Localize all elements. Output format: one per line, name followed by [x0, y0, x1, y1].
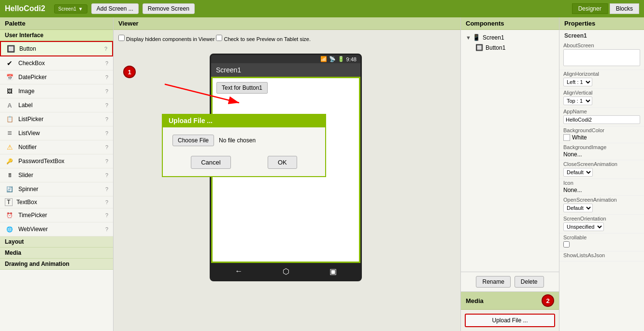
- bg-color-text: White: [572, 134, 587, 141]
- palette-item-label[interactable]: A Label ?: [0, 98, 113, 112]
- screen-orientation-row: ScreenOrientation Unspecified: [559, 215, 644, 234]
- label-icon: A: [5, 100, 14, 110]
- rename-button[interactable]: Rename: [476, 276, 510, 288]
- palette-item-slider[interactable]: 🎚 Slider ?: [0, 168, 113, 182]
- app-name-input[interactable]: HelloCodi2: [563, 115, 640, 124]
- close-screen-anim-select[interactable]: Default: [563, 168, 593, 177]
- palette-item-checkbox[interactable]: ✔ CheckBox ?: [0, 56, 113, 70]
- palette-item-spinner[interactable]: 🔄 Spinner ?: [0, 182, 113, 196]
- screen-orientation-label: ScreenOrientation: [563, 216, 640, 221]
- image-help-icon[interactable]: ?: [105, 88, 108, 94]
- label-label: Label: [18, 102, 105, 109]
- layout-section[interactable]: Layout: [0, 236, 113, 248]
- phone-status-bar: 📶 📡 🔋 9:48: [211, 55, 360, 63]
- designer-mode-button[interactable]: Designer: [572, 3, 608, 14]
- media-section: Media 2 Upload File ...: [461, 291, 559, 331]
- blocks-mode-button[interactable]: Blocks: [610, 3, 639, 14]
- image-label: Image: [18, 88, 105, 95]
- step1-circle: 1: [123, 66, 136, 78]
- align-vertical-select[interactable]: Top : 1: [563, 97, 592, 105]
- listview-help-icon[interactable]: ?: [105, 130, 108, 136]
- palette-item-webviewer[interactable]: 🌐 WebViewer ?: [0, 222, 113, 236]
- passwordtextbox-label: PasswordTextBox: [18, 158, 105, 165]
- time-display: 9:48: [346, 56, 357, 62]
- add-screen-button[interactable]: Add Screen ...: [91, 3, 139, 14]
- home-nav-icon: ⬡: [283, 267, 289, 276]
- show-lists-json-label: ShowListsAsJson: [563, 252, 640, 258]
- show-lists-json-row: ShowListsAsJson: [559, 251, 644, 262]
- label-help-icon[interactable]: ?: [105, 102, 108, 108]
- about-screen-input[interactable]: [563, 49, 640, 66]
- palette-item-listview[interactable]: ≡ ListView ?: [0, 126, 113, 140]
- align-vertical-label: AlignVertical: [563, 90, 640, 96]
- close-screen-anim-row: CloseScreenAnimation Default: [559, 160, 644, 179]
- bg-color-row: BackgroundColor White: [559, 126, 644, 143]
- phone-title-bar: Screen1: [211, 63, 360, 77]
- drawing-animation-section[interactable]: Drawing and Animation: [0, 259, 113, 270]
- hidden-components-checkbox[interactable]: [118, 35, 125, 41]
- screen-selector[interactable]: Screen1 ▼: [54, 4, 87, 14]
- slider-label: Slider: [18, 172, 105, 179]
- hidden-components-checkbox-label[interactable]: Display hidden components in Viewer: [118, 36, 216, 42]
- palette-item-textbox[interactable]: T TextBox ?: [0, 196, 113, 208]
- media-section[interactable]: Media: [0, 248, 113, 259]
- app-name-label: AppName: [563, 109, 640, 114]
- notifier-help-icon[interactable]: ?: [105, 144, 108, 150]
- back-nav-icon: ←: [235, 267, 243, 276]
- palette-item-button[interactable]: 🔲 Button ?: [0, 41, 113, 56]
- button-help-icon[interactable]: ?: [104, 46, 107, 52]
- button1-component[interactable]: 🔲 Button1: [473, 42, 557, 53]
- passwordtextbox-icon: 🔑: [5, 156, 14, 166]
- remove-screen-button[interactable]: Remove Screen: [143, 3, 195, 14]
- scrollable-label: Scrollable: [563, 234, 640, 240]
- align-horizontal-select[interactable]: Left : 1: [563, 78, 592, 86]
- palette-item-datepicker[interactable]: 📅 DatePicker ?: [0, 70, 113, 84]
- notifier-icon: ⚠: [5, 142, 14, 152]
- choose-file-button[interactable]: Choose File: [172, 135, 214, 146]
- palette-header: Palette: [0, 17, 113, 30]
- delete-button[interactable]: Delete: [515, 276, 544, 288]
- app-name-row: AppName HelloCodi2: [559, 108, 644, 126]
- tablet-preview-checkbox-label[interactable]: Check to see Preview on Tablet size.: [216, 36, 311, 42]
- listpicker-icon: 📋: [5, 114, 14, 124]
- phone-button1[interactable]: Text for Button1: [216, 82, 268, 94]
- expand-icon[interactable]: ▼: [466, 35, 471, 41]
- tablet-preview-checkbox[interactable]: [216, 35, 222, 41]
- upload-file-media-button[interactable]: Upload File ...: [465, 314, 555, 327]
- dropdown-arrow-icon: ▼: [78, 6, 83, 12]
- screen1-component[interactable]: ▼ 📱 Screen1: [463, 32, 557, 42]
- webviewer-help-icon[interactable]: ?: [105, 226, 108, 232]
- palette-item-image[interactable]: 🖼 Image ?: [0, 84, 113, 98]
- listpicker-help-icon[interactable]: ?: [105, 116, 108, 122]
- open-screen-anim-select[interactable]: Default: [563, 204, 593, 212]
- screen-orientation-select[interactable]: Unspecified: [563, 222, 604, 231]
- phone-nav-bar: ← ⬡ ▣: [211, 263, 360, 280]
- bg-image-row: BackgroundImage None...: [559, 143, 644, 160]
- button-icon: 🔲: [6, 44, 15, 54]
- timepicker-help-icon[interactable]: ?: [105, 212, 108, 218]
- signal-icon: 📡: [329, 56, 336, 62]
- recent-nav-icon: ▣: [329, 267, 337, 276]
- bg-color-swatch[interactable]: [563, 134, 570, 141]
- checkbox-icon: ✔: [5, 58, 14, 68]
- screen1-label: Screen1: [483, 34, 504, 41]
- palette-item-passwordtextbox[interactable]: 🔑 PasswordTextBox ?: [0, 154, 113, 168]
- ok-button[interactable]: OK: [268, 156, 297, 169]
- cancel-button[interactable]: Cancel: [191, 156, 230, 169]
- media-header-label: Media: [466, 297, 484, 304]
- palette-item-timepicker[interactable]: ⏰ TimePicker ?: [0, 208, 113, 222]
- palette-item-notifier[interactable]: ⚠ Notifier ?: [0, 140, 113, 154]
- mode-buttons: Designer Blocks: [572, 3, 639, 14]
- slider-help-icon[interactable]: ?: [105, 172, 108, 178]
- textbox-help-icon[interactable]: ?: [105, 199, 108, 205]
- screen-title-label: Screen1: [216, 66, 241, 74]
- spinner-icon: 🔄: [5, 184, 14, 194]
- viewer-options: Display hidden components in Viewer Chec…: [118, 35, 311, 42]
- checkbox-help-icon[interactable]: ?: [105, 60, 108, 66]
- scrollable-checkbox[interactable]: [563, 241, 570, 248]
- datepicker-help-icon[interactable]: ?: [105, 74, 108, 80]
- spinner-help-icon[interactable]: ?: [105, 186, 108, 192]
- palette-item-listpicker[interactable]: 📋 ListPicker ?: [0, 112, 113, 126]
- datepicker-icon: 📅: [5, 72, 14, 82]
- passwordtextbox-help-icon[interactable]: ?: [105, 158, 108, 164]
